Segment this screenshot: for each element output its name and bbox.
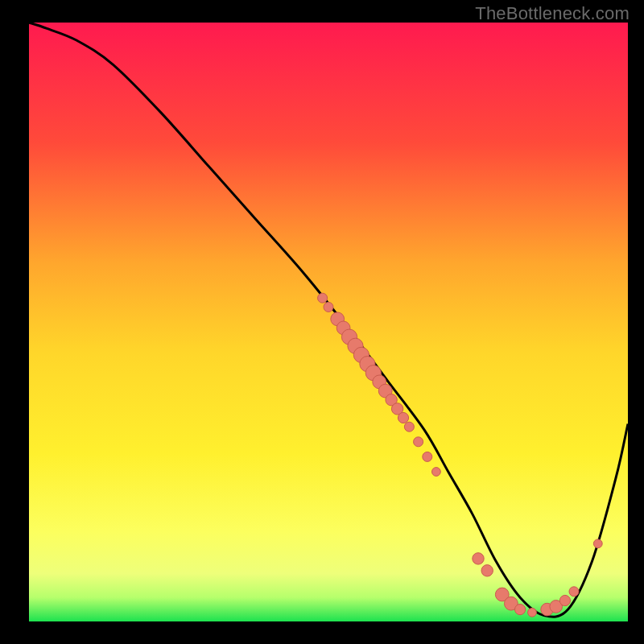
data-point bbox=[481, 565, 493, 576]
data-point bbox=[515, 605, 526, 615]
data-point bbox=[404, 422, 414, 431]
data-point bbox=[318, 293, 328, 303]
data-point bbox=[324, 302, 333, 312]
data-point bbox=[432, 468, 441, 477]
chart-frame: TheBottleneck.com bbox=[0, 0, 644, 644]
data-point bbox=[593, 539, 602, 548]
plot-background bbox=[29, 23, 628, 621]
data-point bbox=[528, 608, 537, 617]
data-point bbox=[569, 587, 579, 597]
data-point bbox=[559, 595, 570, 605]
data-point bbox=[398, 412, 408, 423]
data-point bbox=[423, 452, 432, 461]
data-point bbox=[473, 553, 484, 564]
data-point bbox=[414, 437, 423, 447]
bottleneck-chart bbox=[0, 0, 644, 644]
